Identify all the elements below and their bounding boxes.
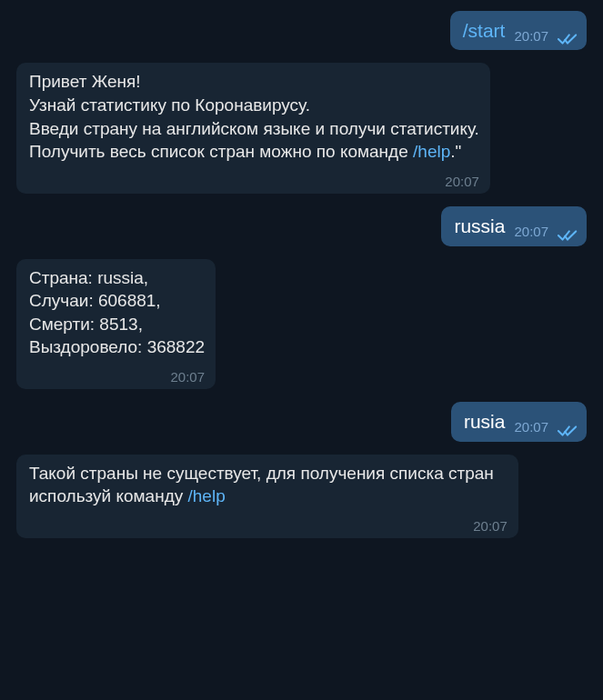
text-line: Получить весь список стран можно по кома…	[29, 140, 479, 164]
message-time: 20:07	[473, 517, 508, 535]
message-bubble-outgoing[interactable]: /start 20:07	[450, 11, 587, 50]
text-line: Привет Женя!	[29, 70, 479, 94]
message-row: rusia 20:07	[16, 402, 587, 441]
message-time: 20:07	[514, 418, 548, 436]
text-segment: ."	[450, 142, 461, 161]
text-line: Узнай статистику по Коронавирусу.	[29, 94, 479, 117]
text-line: Выздоровело: 368822	[29, 335, 205, 359]
message-time: 20:07	[445, 173, 479, 191]
message-text: /start	[463, 18, 506, 44]
message-bubble-incoming[interactable]: Привет Женя! Узнай статистику по Коронав…	[16, 63, 490, 194]
message-row: Привет Женя! Узнай статистику по Коронав…	[16, 63, 587, 194]
message-row: Такой страны не существует, для получени…	[16, 455, 587, 539]
text-segment: Такой страны не существует, для получени…	[29, 464, 494, 506]
help-link[interactable]: /help	[188, 486, 226, 505]
read-ticks-icon	[558, 33, 578, 45]
message-time: 20:07	[171, 368, 206, 386]
message-text: Страна: russia, Случаи: 606881, Смерти: …	[29, 266, 205, 360]
text-line: Страна: russia,	[29, 266, 205, 290]
read-ticks-icon	[558, 229, 578, 242]
message-row: /start 20:07	[16, 11, 587, 50]
text-line: Случаи: 606881,	[29, 289, 205, 313]
message-text: Привет Женя! Узнай статистику по Коронав…	[29, 70, 479, 164]
message-bubble-outgoing[interactable]: rusia 20:07	[451, 402, 587, 441]
help-link[interactable]: /help	[413, 142, 450, 161]
message-text: russia	[454, 214, 505, 239]
chat-panel: /start 20:07 Привет Женя! Узнай статисти…	[16, 11, 587, 538]
message-text: Такой страны не существует, для получени…	[29, 462, 508, 508]
text-segment: Получить весь список стран можно по кома…	[29, 142, 413, 161]
read-ticks-icon	[558, 425, 578, 437]
message-bubble-incoming[interactable]: Страна: russia, Случаи: 606881, Смерти: …	[16, 259, 216, 390]
text-line: Введи страну на английском языке и получ…	[29, 117, 479, 141]
message-time: 20:07	[514, 223, 548, 241]
message-time: 20:07	[514, 27, 548, 45]
text-line: Смерти: 8513,	[29, 313, 205, 336]
message-row: Страна: russia, Случаи: 606881, Смерти: …	[16, 259, 587, 390]
message-bubble-outgoing[interactable]: russia 20:07	[441, 206, 587, 245]
message-row: russia 20:07	[16, 206, 587, 245]
message-bubble-incoming[interactable]: Такой страны не существует, для получени…	[16, 455, 518, 539]
message-text: rusia	[464, 409, 506, 435]
